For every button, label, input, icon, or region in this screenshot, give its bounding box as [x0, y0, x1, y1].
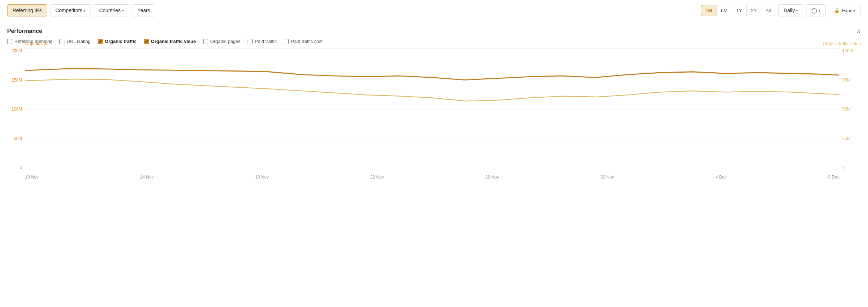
- filter-paid-traffic[interactable]: Paid traffic: [248, 39, 277, 44]
- y-left-100m: 100M: [7, 107, 22, 112]
- x-label-22nov: 22 Nov: [370, 175, 384, 180]
- x-label-26nov: 26 Nov: [485, 175, 499, 180]
- time-6m[interactable]: 6M: [716, 5, 732, 16]
- checkbox-organic-traffic[interactable]: [98, 39, 103, 44]
- chart-right-label: Organic traffic value: [823, 41, 861, 46]
- filter-label-organic-traffic: Organic traffic: [105, 39, 137, 44]
- compare-button[interactable]: ◯ ▾: [806, 4, 826, 16]
- export-label: Export: [842, 8, 855, 13]
- nav-countries[interactable]: Countries ▾: [94, 4, 129, 16]
- nav-years[interactable]: Years: [132, 4, 155, 16]
- compare-chevron: ▾: [819, 9, 820, 13]
- competitors-chevron: ▾: [84, 9, 86, 13]
- checkbox-organic-traffic-value[interactable]: [144, 39, 149, 44]
- filter-label-paid-traffic: Paid traffic: [255, 39, 277, 44]
- chart-inner: [25, 48, 839, 170]
- time-1m[interactable]: 1M: [701, 5, 716, 16]
- chart-left-label: Organic traffic: [25, 41, 52, 46]
- checkbox-paid-traffic-cost[interactable]: [284, 39, 289, 44]
- interval-selector[interactable]: Daily ▾: [778, 4, 803, 16]
- time-1y[interactable]: 1Y: [732, 5, 746, 16]
- y-left-50m: 50M: [7, 136, 22, 141]
- y-axis-right: 100M 75M 50M 25M 0: [839, 48, 861, 170]
- y-left-0: 0: [7, 165, 22, 170]
- export-icon: 🔒: [834, 8, 840, 13]
- competitors-label: Competitors: [55, 8, 82, 13]
- interval-label: Daily: [784, 8, 795, 13]
- performance-title: Performance: [7, 28, 42, 34]
- collapse-button[interactable]: ∧: [857, 28, 861, 34]
- filter-label-organic-pages: Organic pages: [210, 39, 241, 44]
- countries-chevron: ▾: [122, 9, 124, 13]
- filter-label-organic-traffic-value: Organic traffic value: [151, 39, 196, 44]
- checkbox-referring-domains[interactable]: [7, 39, 12, 44]
- chart-svg: [25, 48, 839, 170]
- time-all[interactable]: All: [761, 5, 775, 16]
- x-axis: 10 Nov 14 Nov 18 Nov 22 Nov 26 Nov 30 No…: [25, 170, 839, 184]
- x-label-4dec: 4 Dec: [716, 175, 727, 180]
- performance-section-header: Performance ∧: [7, 21, 861, 39]
- nav-competitors[interactable]: Competitors ▾: [50, 4, 91, 16]
- y-right-0: 0: [842, 165, 861, 170]
- compare-icon: ◯: [811, 8, 817, 13]
- top-bar-controls: 1M 6M 1Y 2Y All Daily ▾ ◯ ▾ 🔒 Export: [701, 4, 861, 16]
- main-content: Performance ∧ Referring domains URL Rati…: [0, 21, 868, 184]
- y-right-75m: 75M: [842, 78, 861, 83]
- filter-url-rating[interactable]: URL Rating: [59, 39, 91, 44]
- countries-label: Countries: [99, 8, 121, 13]
- y-right-50m: 50M: [842, 107, 861, 112]
- filter-paid-traffic-cost[interactable]: Paid traffic cost: [284, 39, 323, 44]
- top-bar-nav: Referring IPs Competitors ▾ Countries ▾ …: [7, 4, 155, 16]
- organic-traffic-line: [25, 69, 839, 80]
- checkbox-paid-traffic[interactable]: [248, 39, 253, 44]
- y-axis-left: 200M 150M 100M 50M 0: [7, 48, 25, 170]
- filter-organic-traffic-value[interactable]: Organic traffic value: [144, 39, 196, 44]
- y-right-100m: 100M: [842, 48, 861, 53]
- checkbox-url-rating[interactable]: [59, 39, 64, 44]
- filter-organic-pages[interactable]: Organic pages: [203, 39, 241, 44]
- filter-organic-traffic[interactable]: Organic traffic: [98, 39, 137, 44]
- filters-row: Referring domains URL Rating Organic tra…: [7, 39, 861, 48]
- filter-label-paid-traffic-cost: Paid traffic cost: [291, 39, 323, 44]
- time-2y[interactable]: 2Y: [746, 5, 761, 16]
- performance-chart: Organic traffic Organic traffic value 20…: [7, 48, 861, 184]
- x-label-14nov: 14 Nov: [140, 175, 154, 180]
- x-label-18nov: 18 Nov: [255, 175, 269, 180]
- nav-referring-ips[interactable]: Referring IPs: [7, 4, 47, 16]
- time-period-group: 1M 6M 1Y 2Y All: [701, 5, 775, 16]
- top-bar: Referring IPs Competitors ▾ Countries ▾ …: [0, 0, 868, 21]
- export-button[interactable]: 🔒 Export: [829, 5, 861, 16]
- checkbox-organic-pages[interactable]: [203, 39, 208, 44]
- x-label-8dec: 8 Dec: [828, 175, 839, 180]
- x-label-30nov: 30 Nov: [600, 175, 614, 180]
- interval-chevron: ▾: [796, 9, 798, 13]
- filter-label-url-rating: URL Rating: [67, 39, 91, 44]
- y-left-150m: 150M: [7, 78, 22, 83]
- organic-traffic-value-line: [25, 79, 839, 101]
- x-label-10nov: 10 Nov: [25, 175, 39, 180]
- y-left-200m: 200M: [7, 48, 22, 53]
- y-right-25m: 25M: [842, 136, 861, 141]
